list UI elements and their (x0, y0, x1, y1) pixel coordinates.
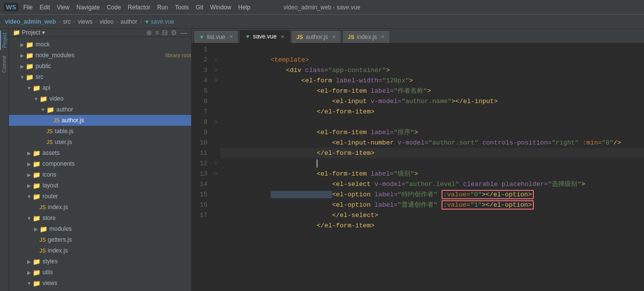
tab-index-js-label: index.js (357, 34, 377, 40)
project-panel-icon[interactable]: Project (0, 31, 8, 50)
breadcrumb-src[interactable]: src (63, 18, 71, 25)
line-numbers: 12345 678910 1112131415 1617 (192, 43, 211, 291)
breadcrumb-vue-icon: ▼ (144, 19, 150, 25)
sidebar-icons: ⊕ ≡ ⊟ ⚙ — (146, 29, 187, 36)
left-panel-icons: Project Commit (0, 29, 9, 291)
tab-author-js-close[interactable]: ✕ (332, 34, 336, 39)
file-tree: ▶ 📁 mock ▶ 📁 node_modules library root ▶… (9, 37, 191, 291)
menu-refactor[interactable]: Refactor (128, 4, 150, 11)
tab-index-js-close[interactable]: ✕ (381, 34, 385, 39)
menu-file[interactable]: File (23, 4, 33, 11)
sidebar-icon-settings[interactable]: ⚙ (171, 29, 177, 36)
tab-list-vue[interactable]: ▼ list.vue ✕ (194, 30, 239, 43)
gutter: ◇ ◇ ◇ ◇ ◇ ◇ (211, 43, 220, 291)
sep4: › (116, 18, 118, 25)
sidebar-icon-sort[interactable]: ≡ (155, 29, 159, 36)
tree-item-author-js[interactable]: JS author.js (9, 115, 191, 126)
tab-author-js-label: author.js (306, 34, 328, 40)
js-icon-author: JS (296, 34, 303, 40)
commit-panel-icon[interactable]: Commit (0, 54, 8, 74)
main-layout: Project Commit 📁 Project ▾ ⊕ ≡ ⊟ ⚙ — ▶ 📁… (0, 29, 644, 291)
menu-edit[interactable]: Edit (40, 4, 50, 11)
tree-item-components[interactable]: ▶ 📁 components (9, 158, 191, 169)
tree-item-utils[interactable]: ▶ 📁 utils (9, 267, 191, 278)
tree-item-src[interactable]: ▼ 📁 src (9, 72, 191, 82)
sep5: › (140, 18, 142, 25)
menu-help[interactable]: Help (238, 4, 250, 11)
sidebar-title: 📁 Project ▾ (13, 29, 45, 36)
sidebar-icon-close[interactable]: — (180, 29, 187, 36)
tree-item-table-js[interactable]: JS table.js (9, 126, 191, 137)
tree-item-api[interactable]: ▼ 📁 api (9, 82, 191, 93)
breadcrumb-author[interactable]: author (121, 18, 137, 25)
breadcrumb-views[interactable]: views (78, 18, 92, 25)
tree-item-views[interactable]: ▼ 📁 views (9, 278, 191, 289)
tree-item-author-folder[interactable]: ▼ 📁 author (9, 104, 191, 115)
app-logo: WS (4, 3, 18, 11)
tree-item-dashboard[interactable]: ▶ 📁 dashboard (9, 289, 191, 291)
tree-item-user-js[interactable]: JS user.js (9, 137, 191, 147)
tree-item-icons[interactable]: ▶ 📁 icons (9, 169, 191, 180)
sep3: › (95, 18, 97, 25)
menu-tools[interactable]: Tools (175, 4, 189, 11)
tabs-bar: ▼ list.vue ✕ ▼ save.vue ✕ JS author.js ✕… (192, 29, 644, 43)
titlebar: WS File Edit View Navigate Code Refactor… (0, 0, 644, 15)
sidebar-icon-add[interactable]: ⊕ (146, 29, 152, 36)
breadcrumb-video[interactable]: video (99, 18, 114, 25)
menu-navigate[interactable]: Navigate (77, 4, 100, 11)
tree-item-public[interactable]: ▶ 📁 public (9, 61, 191, 72)
breadcrumb: video_admin_web › src › views › video › … (0, 15, 644, 29)
vue-icon-active: ▼ (245, 34, 250, 39)
tree-item-layout[interactable]: ▶ 📁 layout (9, 180, 191, 191)
code-lines: <template> <div class="app-container"> <… (220, 43, 644, 291)
vue-icon: ▼ (199, 34, 204, 40)
tree-item-modules[interactable]: ▶ 📁 modules (9, 223, 191, 234)
window-title: video_admin_web - save.vue (283, 4, 360, 11)
menu-code[interactable]: Code (107, 4, 121, 11)
breadcrumb-file: save.vue (151, 18, 174, 25)
tab-save-vue-label: save.vue (253, 33, 277, 40)
tab-author-js[interactable]: JS author.js ✕ (291, 30, 341, 43)
menu-view[interactable]: View (57, 4, 70, 11)
tab-list-vue-close[interactable]: ✕ (229, 34, 233, 39)
tree-item-assets[interactable]: ▶ 📁 assets (9, 147, 191, 158)
tab-save-vue-close[interactable]: ✕ (281, 34, 284, 39)
tab-save-vue[interactable]: ▼ save.vue ✕ (240, 30, 290, 43)
tree-item-styles[interactable]: ▶ 📁 styles (9, 256, 191, 267)
editor-section: ▼ list.vue ✕ ▼ save.vue ✕ JS author.js ✕… (192, 29, 644, 291)
tree-item-node-modules[interactable]: ▶ 📁 node_modules library root (9, 50, 191, 61)
sidebar-icon-collapse[interactable]: ⊟ (162, 29, 168, 36)
tree-item-getters[interactable]: JS getters.js (9, 234, 191, 245)
menu-run[interactable]: Run (157, 4, 168, 11)
sep2: › (73, 18, 75, 25)
js-icon-index: JS (348, 34, 354, 40)
editor-content: 12345 678910 1112131415 1617 ◇ ◇ ◇ ◇ (192, 43, 644, 291)
menu-git[interactable]: Git (196, 4, 203, 11)
tab-index-js[interactable]: JS index.js ✕ (342, 30, 390, 43)
code-line-1: <template> (220, 44, 644, 55)
tree-item-mock[interactable]: ▶ 📁 mock (9, 39, 191, 50)
sidebar: 📁 Project ▾ ⊕ ≡ ⊟ ⚙ — ▶ 📁 mock ▶ 📁 node_… (9, 29, 192, 291)
tree-item-router-index[interactable]: JS index.js (9, 202, 191, 213)
menu-window[interactable]: Window (210, 4, 232, 11)
tree-item-video[interactable]: ▼ 📁 video (9, 93, 191, 104)
sidebar-header: 📁 Project ▾ ⊕ ≡ ⊟ ⚙ — (9, 29, 191, 37)
code-line-8: <el-form-item label="排序"> (220, 117, 644, 127)
breadcrumb-project[interactable]: video_admin_web (5, 18, 56, 25)
tree-item-router[interactable]: ▼ 📁 router (9, 191, 191, 202)
tree-item-store-index[interactable]: JS index.js (9, 245, 191, 256)
tree-item-store[interactable]: ▼ 📁 store (9, 213, 191, 223)
sep1: › (58, 18, 60, 25)
tab-list-vue-label: list.vue (207, 34, 225, 40)
editor-area[interactable]: 12345 678910 1112131415 1617 ◇ ◇ ◇ ◇ (192, 43, 644, 291)
